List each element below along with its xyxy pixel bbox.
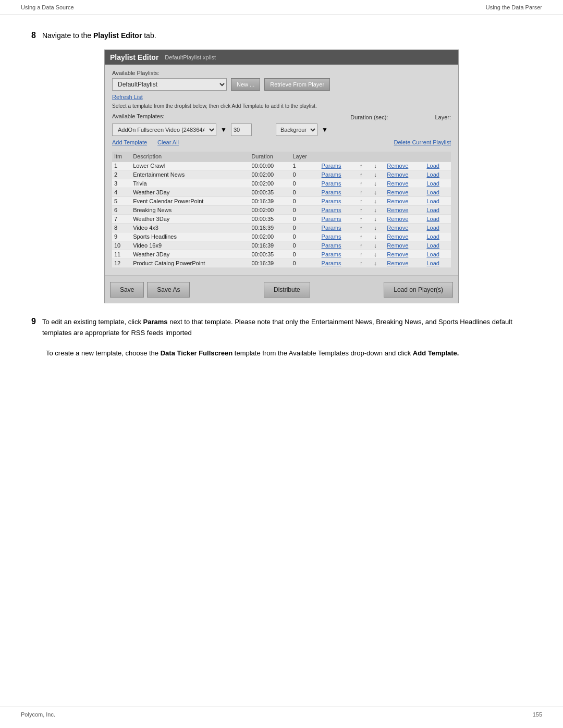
cell-itm: 9 xyxy=(112,232,131,241)
cell-layer: 1 xyxy=(290,162,319,170)
cell-load[interactable]: Load xyxy=(424,232,451,241)
cell-up[interactable]: ↑ xyxy=(357,250,371,259)
cell-duration: 00:02:00 xyxy=(249,179,290,188)
cell-down[interactable]: ↓ xyxy=(371,250,385,259)
cell-up[interactable]: ↑ xyxy=(357,162,371,170)
cell-params[interactable]: Params xyxy=(320,224,357,232)
cell-down[interactable]: ↓ xyxy=(371,206,385,215)
load-on-players-button[interactable]: Load on Player(s) xyxy=(384,282,453,298)
retrieve-from-player-button[interactable]: Retrieve From Player xyxy=(264,78,330,91)
cell-remove[interactable]: Remove xyxy=(385,250,424,259)
cell-remove[interactable]: Remove xyxy=(385,232,424,241)
step8-number: 8 xyxy=(31,31,36,40)
cell-load[interactable]: Load xyxy=(424,241,451,250)
cell-remove[interactable]: Remove xyxy=(385,170,424,179)
duration-input[interactable] xyxy=(231,124,252,136)
cell-down[interactable]: ↓ xyxy=(371,188,385,197)
cell-up[interactable]: ↑ xyxy=(357,224,371,232)
cell-remove[interactable]: Remove xyxy=(385,179,424,188)
cell-remove[interactable]: Remove xyxy=(385,197,424,206)
cell-load[interactable]: Load xyxy=(424,224,451,232)
cell-down[interactable]: ↓ xyxy=(371,224,385,232)
cell-remove[interactable]: Remove xyxy=(385,206,424,215)
cell-params[interactable]: Params xyxy=(320,250,357,259)
cell-down[interactable]: ↓ xyxy=(371,259,385,268)
cell-up[interactable]: ↑ xyxy=(357,241,371,250)
cell-load[interactable]: Load xyxy=(424,188,451,197)
step8-row: 8 Navigate to the Playlist Editor tab. xyxy=(31,31,532,40)
cell-load[interactable]: Load xyxy=(424,206,451,215)
playlist-editor-subtitle: DefaultPlaylist.xplist xyxy=(165,54,216,60)
cell-up[interactable]: ↑ xyxy=(357,197,371,206)
step9-text1: To edit an existing template, click Para… xyxy=(42,317,532,339)
cell-up[interactable]: ↑ xyxy=(357,179,371,188)
cell-params[interactable]: Params xyxy=(320,179,357,188)
cell-params[interactable]: Params xyxy=(320,259,357,268)
cell-load[interactable]: Load xyxy=(424,162,451,170)
add-template-link[interactable]: Add Template xyxy=(112,139,147,145)
clear-all-link[interactable]: Clear All xyxy=(157,139,179,145)
cell-up[interactable]: ↑ xyxy=(357,215,371,224)
cell-down[interactable]: ↓ xyxy=(371,179,385,188)
layer-dropdown[interactable]: Background xyxy=(276,124,317,136)
cell-params[interactable]: Params xyxy=(320,241,357,250)
cell-remove[interactable]: Remove xyxy=(385,224,424,232)
cell-down[interactable]: ↓ xyxy=(371,215,385,224)
table-row: 12 Product Catalog PowerPoint 00:16:39 0… xyxy=(112,259,451,268)
cell-itm: 8 xyxy=(112,224,131,232)
cell-itm: 6 xyxy=(112,206,131,215)
right-button-group: Load on Player(s) xyxy=(384,282,453,298)
table-row: 10 Video 16x9 00:16:39 0 Params ↑ ↓ Remo… xyxy=(112,241,451,250)
cell-params[interactable]: Params xyxy=(320,162,357,170)
cell-params[interactable]: Params xyxy=(320,215,357,224)
cell-description: Entertainment News xyxy=(131,170,249,179)
cell-down[interactable]: ↓ xyxy=(371,232,385,241)
cell-load[interactable]: Load xyxy=(424,259,451,268)
save-button[interactable]: Save xyxy=(110,282,144,298)
available-playlists-label: Available Playlists: xyxy=(112,70,451,76)
col-down xyxy=(371,152,385,162)
templates-dropdown[interactable]: AddOn Fullscreen Video {248364A4} xyxy=(112,124,216,136)
cell-remove[interactable]: Remove xyxy=(385,259,424,268)
cell-load[interactable]: Load xyxy=(424,197,451,206)
templates-labels-row: Available Templates: Duration (sec): Lay… xyxy=(112,113,451,121)
cell-down[interactable]: ↓ xyxy=(371,197,385,206)
refresh-list-link[interactable]: Refresh List xyxy=(112,94,451,100)
cell-down[interactable]: ↓ xyxy=(371,241,385,250)
cell-remove[interactable]: Remove xyxy=(385,241,424,250)
cell-remove[interactable]: Remove xyxy=(385,162,424,170)
cell-up[interactable]: ↑ xyxy=(357,170,371,179)
action-links-row: Add Template Clear All Delete Current Pl… xyxy=(112,139,451,147)
playlist-editor-title: Playlist Editor xyxy=(110,53,158,61)
cell-duration: 00:00:35 xyxy=(249,250,290,259)
cell-load[interactable]: Load xyxy=(424,250,451,259)
cell-duration: 00:02:00 xyxy=(249,206,290,215)
cell-up[interactable]: ↑ xyxy=(357,232,371,241)
duration-label: Duration (sec): xyxy=(350,114,388,120)
cell-load[interactable]: Load xyxy=(424,215,451,224)
cell-params[interactable]: Params xyxy=(320,188,357,197)
cell-params[interactable]: Params xyxy=(320,206,357,215)
distribute-button[interactable]: Distribute xyxy=(264,282,310,298)
cell-load[interactable]: Load xyxy=(424,170,451,179)
cell-params[interactable]: Params xyxy=(320,197,357,206)
delete-playlist-link[interactable]: Delete Current Playlist xyxy=(394,139,451,145)
cell-params[interactable]: Params xyxy=(320,232,357,241)
cell-layer: 0 xyxy=(290,179,319,188)
save-as-button[interactable]: Save As xyxy=(147,282,190,298)
new-button[interactable]: New ... xyxy=(231,78,260,91)
cell-description: Product Catalog PowerPoint xyxy=(131,259,249,268)
cell-layer: 0 xyxy=(290,197,319,206)
cell-remove[interactable]: Remove xyxy=(385,188,424,197)
cell-down[interactable]: ↓ xyxy=(371,162,385,170)
cell-duration: 00:00:35 xyxy=(249,188,290,197)
cell-down[interactable]: ↓ xyxy=(371,170,385,179)
cell-up[interactable]: ↑ xyxy=(357,206,371,215)
cell-load[interactable]: Load xyxy=(424,179,451,188)
cell-remove[interactable]: Remove xyxy=(385,215,424,224)
playlists-dropdown[interactable]: DefaultPlaylist xyxy=(112,78,227,91)
cell-params[interactable]: Params xyxy=(320,170,357,179)
table-row: 1 Lower Crawl 00:00:00 1 Params ↑ ↓ Remo… xyxy=(112,162,451,170)
cell-up[interactable]: ↑ xyxy=(357,188,371,197)
cell-up[interactable]: ↑ xyxy=(357,259,371,268)
